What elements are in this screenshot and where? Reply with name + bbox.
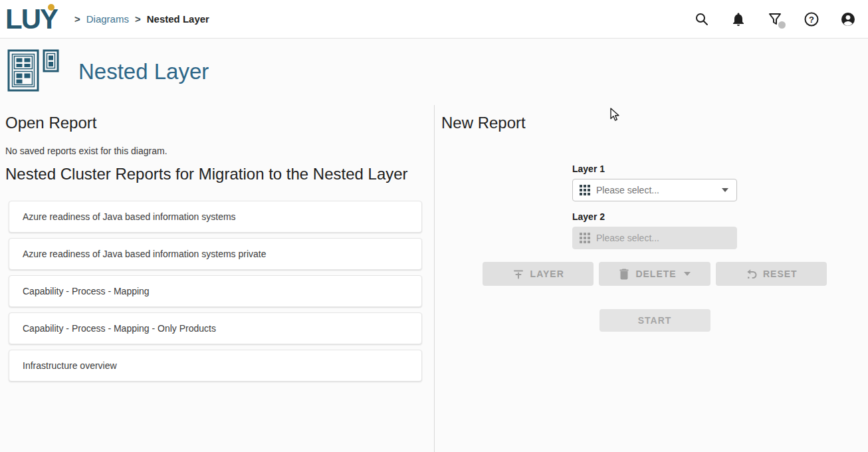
start-button-label: START — [638, 315, 672, 326]
layer1-placeholder: Please select... — [596, 185, 659, 195]
layer-button-label: LAYER — [530, 269, 564, 279]
report-card-label: Capability - Process - Mapping - Only Pr… — [23, 323, 216, 334]
report-list: Azure readiness of Java based informatio… — [5, 201, 422, 382]
new-report-form: Layer 1 Please select... Layer 2 — [483, 164, 827, 332]
nested-layer-diagram-icon — [7, 49, 60, 95]
delete-button[interactable]: DELETE — [599, 262, 710, 286]
report-card[interactable]: Azure readiness of Java based informatio… — [9, 201, 422, 233]
account-icon[interactable] — [840, 11, 856, 27]
new-report-panel: New Report Layer 1 Please select... — [434, 105, 868, 452]
report-card[interactable]: Infrastructure overview — [9, 350, 422, 382]
report-card[interactable]: Capability - Process - Mapping - Only Pr… — [9, 312, 422, 344]
layer2-label: Layer 2 — [572, 211, 737, 222]
report-card[interactable]: Azure readiness of Java based informatio… — [9, 238, 422, 270]
chevron-right-icon: > — [135, 13, 141, 25]
layer1-field: Layer 1 Please select... — [572, 164, 737, 201]
report-card[interactable]: Capability - Process - Mapping — [9, 275, 422, 307]
filter-badge — [778, 21, 786, 29]
logo-gold-dot-icon — [48, 4, 54, 11]
page-title-row: Nested Layer — [0, 39, 868, 105]
search-icon[interactable] — [694, 11, 710, 27]
grid-icon — [580, 185, 590, 195]
filter-funnel-icon[interactable] — [767, 11, 783, 27]
report-card-label: Capability - Process - Mapping — [23, 286, 150, 296]
report-card-label: Infrastructure overview — [23, 360, 117, 371]
chevron-down-icon — [722, 188, 728, 192]
help-icon[interactable]: ? — [804, 11, 819, 27]
breadcrumb-current: Nested Layer — [147, 13, 209, 25]
open-report-panel: Open Report No saved reports exist for t… — [0, 105, 434, 452]
luy-logo[interactable]: LUY — [5, 0, 57, 39]
grid-icon — [580, 233, 590, 243]
layer2-placeholder: Please select... — [596, 233, 659, 243]
report-card-label: Azure readiness of Java based informatio… — [23, 249, 267, 259]
chevron-right-icon: > — [74, 13, 80, 25]
chevron-down-icon — [684, 272, 691, 276]
trash-icon — [619, 268, 629, 280]
report-card-label: Azure readiness of Java based informatio… — [23, 211, 236, 222]
top-bar: LUY > Diagrams > Nested Layer ? — [0, 0, 868, 39]
page-title: Nested Layer — [78, 59, 209, 84]
action-button-row: LAYER DELETE RESET — [483, 262, 827, 286]
content-columns: Open Report No saved reports exist for t… — [0, 105, 868, 452]
start-row: START — [483, 309, 827, 332]
no-reports-message: No saved reports exist for this diagram. — [5, 146, 422, 156]
breadcrumb: > Diagrams > Nested Layer — [74, 13, 209, 25]
layer1-label: Layer 1 — [572, 164, 737, 174]
layer2-field: Layer 2 Please select... — [572, 211, 737, 249]
new-report-heading: New Report — [441, 114, 868, 132]
topbar-icons: ? — [694, 11, 856, 27]
layer-button[interactable]: LAYER — [483, 262, 594, 286]
notifications-bell-icon[interactable] — [730, 11, 746, 27]
add-layer-icon — [512, 268, 524, 280]
reset-button-label: RESET — [763, 269, 798, 279]
svg-text:?: ? — [809, 14, 814, 24]
nested-cluster-reports-heading: Nested Cluster Reports for Migration to … — [5, 165, 422, 183]
start-button[interactable]: START — [599, 309, 710, 332]
breadcrumb-diagrams-link[interactable]: Diagrams — [86, 13, 129, 25]
undo-icon — [745, 268, 757, 280]
open-report-heading: Open Report — [5, 114, 422, 132]
layer2-select-disabled[interactable]: Please select... — [572, 227, 737, 249]
reset-button[interactable]: RESET — [716, 262, 827, 286]
delete-button-label: DELETE — [635, 269, 676, 279]
layer1-select[interactable]: Please select... — [572, 179, 737, 201]
